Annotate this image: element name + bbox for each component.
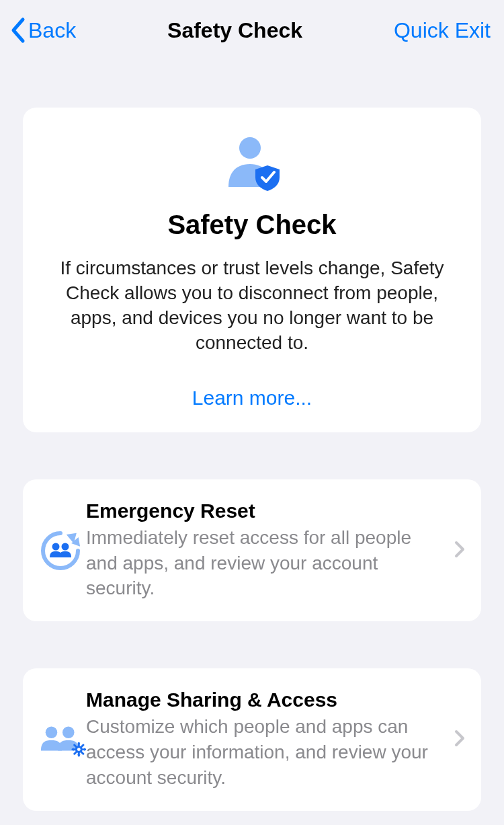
- back-button[interactable]: Back: [9, 17, 76, 44]
- back-label: Back: [28, 18, 76, 43]
- chevron-right-icon: [454, 730, 465, 750]
- manage-sharing-icon: [39, 721, 86, 758]
- svg-point-3: [46, 726, 58, 738]
- page-title: Safety Check: [76, 18, 394, 43]
- option-description: Customize which people and apps can acce…: [86, 714, 448, 790]
- option-title: Manage Sharing & Access: [86, 689, 448, 711]
- svg-point-4: [62, 726, 75, 738]
- svg-point-0: [239, 137, 261, 159]
- svg-point-2: [62, 543, 69, 550]
- svg-point-11: [77, 748, 81, 751]
- emergency-reset-option[interactable]: Emergency Reset Immediately reset access…: [23, 479, 481, 621]
- learn-more-link[interactable]: Learn more...: [46, 387, 458, 409]
- manage-sharing-option[interactable]: Manage Sharing & Access Customize which …: [23, 668, 481, 810]
- intro-card: Safety Check If circumstances or trust l…: [23, 108, 481, 432]
- chevron-left-icon: [9, 17, 27, 44]
- chevron-right-icon: [454, 541, 465, 561]
- navigation-bar: Back Safety Check Quick Exit: [0, 0, 504, 61]
- intro-title: Safety Check: [46, 210, 458, 240]
- option-description: Immediately reset access for all people …: [86, 525, 448, 601]
- option-text: Emergency Reset Immediately reset access…: [86, 500, 454, 601]
- option-text: Manage Sharing & Access Customize which …: [86, 689, 454, 790]
- intro-description: If circumstances or trust levels change,…: [46, 256, 458, 356]
- quick-exit-button[interactable]: Quick Exit: [394, 18, 491, 43]
- option-title: Emergency Reset: [86, 500, 448, 522]
- safety-check-icon: [46, 134, 458, 191]
- svg-point-1: [52, 543, 60, 550]
- emergency-reset-icon: [39, 529, 86, 572]
- content-area: Safety Check If circumstances or trust l…: [0, 61, 504, 811]
